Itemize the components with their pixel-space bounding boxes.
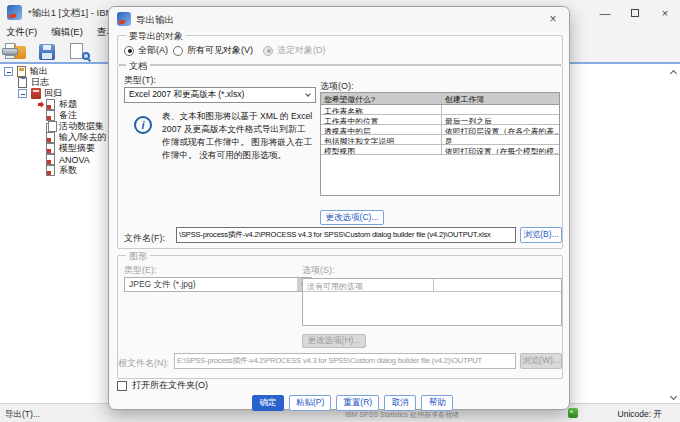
output-root-icon: [17, 66, 27, 77]
collapse-expander-icon[interactable]: [18, 89, 27, 98]
minimize-icon: —: [600, 7, 611, 19]
table-row[interactable]: 工作表中的位置 最后一列之后: [321, 115, 559, 125]
browse-button[interactable]: 浏览(B)...: [520, 227, 562, 243]
info-icon: i: [134, 116, 152, 134]
radio-unselected-icon: [173, 46, 183, 56]
help-button[interactable]: 帮助: [421, 395, 453, 411]
close-icon: ×: [549, 12, 556, 26]
spss-dialog-icon: [117, 12, 131, 26]
cancel-button[interactable]: 取消: [384, 395, 416, 411]
paste-button[interactable]: 粘贴(P): [289, 395, 331, 411]
processor-status-text: IBM SPSS Statistics 处理器准备就绪: [345, 410, 557, 420]
group-legend: 文档: [126, 60, 150, 73]
status-export-text: 导出(T)...: [5, 409, 40, 421]
checkbox-unchecked-icon[interactable]: [117, 381, 127, 391]
filename-input[interactable]: [176, 227, 516, 243]
ok-button[interactable]: 确定: [252, 395, 284, 411]
scroll-up-icon[interactable]: [668, 66, 679, 77]
graphics-options-box: 没有可用的选项: [302, 278, 562, 326]
graphics-group: 图形 类型(E): JPEG 文件 (*.jpg) 选项(S): 没有可用的选项…: [117, 255, 563, 379]
open-folder-checkbox-row[interactable]: 打开所在文件夹(O): [117, 379, 208, 392]
dialog-close-button[interactable]: ×: [545, 11, 561, 27]
table-row[interactable]: 包括脚注和文字说明 是: [321, 135, 559, 145]
vertical-scrollbar[interactable]: [668, 66, 679, 403]
regression-book-icon: [31, 88, 41, 99]
menu-edit[interactable]: 编辑(E): [51, 26, 83, 41]
menu-file[interactable]: 文件(F): [6, 26, 37, 41]
graphics-type-dropdown: JPEG 文件 (*.jpg): [124, 277, 312, 292]
radio-selected-icon: [124, 46, 134, 56]
window-controls: — ×: [590, 0, 680, 26]
graphics-change-options-button: 更改选项(H)...: [302, 334, 366, 348]
dataset-icon: [46, 121, 56, 132]
doc-info-text: 表、文本和图形将以基于 XML 的 Excel 2007 及更高版本文件格式导出…: [162, 110, 314, 162]
maximize-icon: [631, 9, 639, 17]
dialog-title-bar: 导出输出 ×: [109, 7, 569, 31]
save-icon[interactable]: [37, 42, 59, 61]
rootname-input: [174, 353, 516, 369]
log-icon: [18, 77, 28, 88]
graphics-options-label: 选项(S):: [302, 264, 335, 277]
tree-item-anova[interactable]: ANOVA: [2, 154, 106, 165]
radio-all[interactable]: 全部(A): [124, 44, 168, 57]
maximize-button[interactable]: [620, 0, 650, 26]
graphics-browse-button: 浏览(W)...: [520, 353, 562, 369]
doc-type-label: 类型(T):: [124, 74, 156, 87]
table-icon: [46, 154, 56, 165]
table-header-row: 您希望做什么? 创建工作簿: [321, 93, 559, 105]
table-row[interactable]: 工作表名称: [321, 105, 559, 115]
print-preview-icon[interactable]: [68, 42, 90, 61]
radio-all-visible[interactable]: 所有可见对象(V): [173, 44, 253, 57]
dialog-buttons: 确定 粘贴(P) 重置(R) 取消 帮助: [252, 395, 453, 411]
close-icon: ×: [662, 7, 668, 19]
tree-item-coefficients[interactable]: 系数: [2, 165, 106, 176]
filename-label: 文件名(F):: [124, 232, 165, 245]
tree-item-output[interactable]: 输出: [2, 66, 106, 77]
tree-item-title[interactable]: 标题: [2, 99, 106, 110]
radio-disabled-icon: [263, 46, 273, 56]
group-legend: 图形: [126, 250, 150, 263]
table-icon: [46, 165, 56, 176]
tree-item-active-dataset[interactable]: 活动数据集: [2, 121, 106, 132]
tree-item-log[interactable]: 日志: [2, 77, 106, 88]
dialog-title: 导出输出: [136, 14, 174, 27]
export-objects-group: 要导出的对象 全部(A) 所有可见对象(V) 选定对象(D): [117, 35, 563, 65]
reset-button[interactable]: 重置(R): [336, 395, 379, 411]
table-icon: [46, 132, 56, 143]
group-legend: 要导出的对象: [126, 30, 186, 43]
processor-status-icon: [568, 408, 578, 418]
current-item-arrow-icon: [37, 101, 44, 108]
document-group: 文档 类型(T): Excel 2007 和更高版本 (*.xlsx) i 表、…: [117, 65, 563, 249]
rootname-label: 根文件名(N):: [118, 357, 169, 370]
collapse-expander-icon[interactable]: [4, 67, 13, 76]
table-row[interactable]: 模型视图 依照打印设置（在每个模型的模...: [321, 145, 559, 155]
export-objects-radios: 全部(A) 所有可见对象(V) 选定对象(D): [118, 44, 562, 58]
chevron-down-icon: [301, 88, 315, 102]
title-page-icon: [46, 99, 56, 110]
output-tree: 输出 日志 回归 标题 备注 活动数据集: [2, 66, 106, 176]
export-output-dialog: 导出输出 × 要导出的对象 全部(A) 所有可见对象(V) 选定对象(D) 文档…: [108, 6, 570, 410]
tree-item-model-summary[interactable]: 模型摘要: [2, 143, 106, 154]
radio-selected-objects: 选定对象(D): [263, 44, 326, 57]
spss-app-icon: [7, 5, 22, 20]
doc-type-dropdown[interactable]: Excel 2007 和更高版本 (*.xlsx): [124, 87, 316, 103]
table-row[interactable]: 透视表中的层 依照打印层设置（在各个表的表...: [321, 125, 559, 135]
no-options-text: 没有可用的选项: [303, 279, 433, 291]
print-icon[interactable]: [2, 43, 19, 59]
unicode-status: Unicode: 开: [618, 409, 662, 421]
table-icon: [46, 143, 56, 154]
doc-options-table: 您希望做什么? 创建工作簿 工作表名称 工作表中的位置 最后一列之后 透视表中的…: [320, 92, 560, 196]
scroll-down-icon[interactable]: [668, 392, 679, 403]
graphics-type-label: 类型(E):: [124, 264, 157, 277]
minimize-button[interactable]: —: [590, 0, 620, 26]
close-button[interactable]: ×: [650, 0, 680, 26]
tree-item-notes[interactable]: 备注: [2, 110, 106, 121]
change-options-button[interactable]: 更改选项(C)...: [320, 210, 384, 225]
notes-icon: [46, 110, 56, 121]
tree-item-variables-entered[interactable]: 输入/除去的变量: [2, 132, 106, 143]
tree-item-regression[interactable]: 回归: [2, 88, 106, 99]
